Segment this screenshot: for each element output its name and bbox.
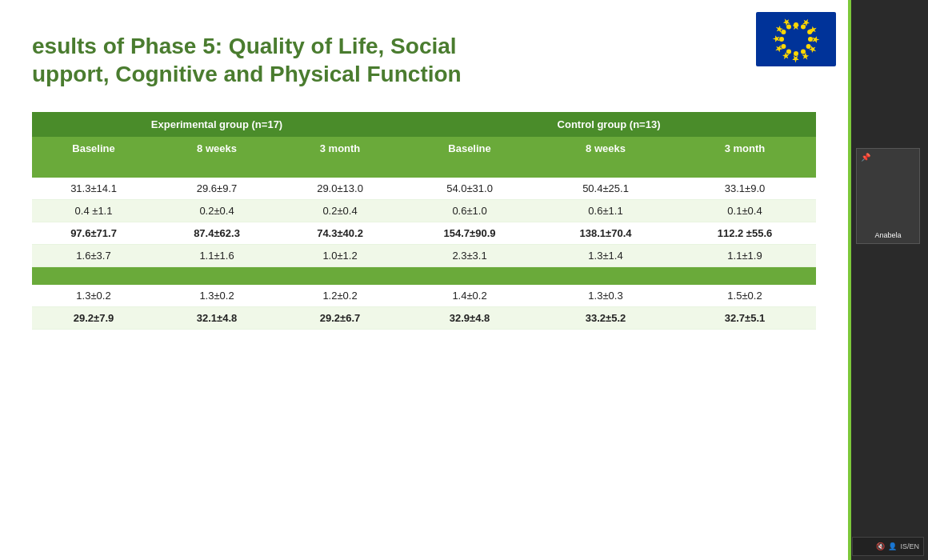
cell: 1.4±0.2 <box>402 285 538 307</box>
group-header-row: Experimental group (n=17) Control group … <box>32 112 816 137</box>
cell: 138.1±70.4 <box>538 222 674 245</box>
mic-muted-icon: 🔇 <box>876 542 885 550</box>
svg-point-12 <box>794 22 798 27</box>
cell: 97.6±71.7 <box>32 222 155 245</box>
cell: 0.2±0.4 <box>278 200 402 222</box>
table-row: 1.3±0.2 1.3±0.2 1.2±0.2 1.4±0.2 1.3±0.3 … <box>32 285 816 307</box>
eu-flag <box>756 12 836 66</box>
experimental-group-header: Experimental group (n=17) <box>32 112 402 137</box>
page-title: esults of Phase 5: Quality of Life, Soci… <box>32 32 592 88</box>
cell: 1.6±3.7 <box>32 245 155 267</box>
cell: 0.2±0.4 <box>155 200 278 222</box>
svg-point-15 <box>808 37 813 42</box>
column-header-row: Baseline 8 weeks 3 month Baseline 8 week… <box>32 137 816 160</box>
svg-point-14 <box>807 30 812 34</box>
cell: 29.2±6.7 <box>278 306 402 329</box>
results-table: Experimental group (n=17) Control group … <box>32 112 816 330</box>
svg-point-23 <box>786 24 791 29</box>
cell: 154.7±90.9 <box>402 222 538 245</box>
cell: 32.1±4.8 <box>155 306 278 329</box>
cell: 31.3±14.1 <box>32 178 155 200</box>
table-row: 0.4 ±1.1 0.2±0.4 0.2±0.4 0.6±1.0 0.6±1.1… <box>32 200 816 222</box>
cell: 1.2±0.2 <box>278 285 402 307</box>
svg-point-16 <box>806 44 811 49</box>
sidebar-divider <box>848 0 851 560</box>
col-8weeks-exp: 8 weeks <box>155 137 278 160</box>
svg-point-19 <box>786 50 791 54</box>
control-group-header: Control group (n=13) <box>402 112 816 137</box>
cell: 1.3±0.3 <box>538 285 674 307</box>
bottom-label: IS/EN <box>900 542 919 550</box>
cell: 87.4±62.3 <box>155 222 278 245</box>
section-separator-2 <box>32 267 816 285</box>
data-table-container: Experimental group (n=17) Control group … <box>32 112 816 330</box>
cell: 1.5±0.2 <box>674 285 816 307</box>
table-row: 1.6±3.7 1.1±1.6 1.0±1.2 2.3±3.1 1.3±1.4 … <box>32 245 816 267</box>
right-sidebar: 📌 Anabela 🔇 👤 IS/EN <box>848 0 928 560</box>
cell: 50.4±25.1 <box>538 178 674 200</box>
svg-point-21 <box>779 37 784 42</box>
cell: 74.3±40.2 <box>278 222 402 245</box>
col-8weeks-ctrl: 8 weeks <box>538 137 674 160</box>
table-row: 97.6±71.7 87.4±62.3 74.3±40.2 154.7±90.9… <box>32 222 816 245</box>
cell: 0.4 ±1.1 <box>32 200 155 222</box>
svg-point-17 <box>801 50 806 54</box>
bottom-status-bar: 🔇 👤 IS/EN <box>852 537 924 556</box>
svg-point-13 <box>801 24 806 29</box>
cell: 112.2 ±55.6 <box>674 222 816 245</box>
cell: 1.1±1.9 <box>674 245 816 267</box>
pin-icon: 📌 <box>861 153 870 162</box>
cell: 32.7±5.1 <box>674 306 816 329</box>
cell: 33.2±5.2 <box>538 306 674 329</box>
svg-point-22 <box>781 30 786 34</box>
person-icon: 👤 <box>888 542 897 550</box>
table-row: 29.2±7.9 32.1±4.8 29.2±6.7 32.9±4.8 33.2… <box>32 306 816 329</box>
main-content: esults of Phase 5: Quality of Life, Soci… <box>0 0 848 560</box>
participant-panel: 📌 Anabela <box>856 148 920 244</box>
cell: 33.1±9.0 <box>674 178 816 200</box>
col-baseline-ctrl: Baseline <box>402 137 538 160</box>
col-3month-exp: 3 month <box>278 137 402 160</box>
cell: 29.2±7.9 <box>32 306 155 329</box>
cell: 2.3±3.1 <box>402 245 538 267</box>
col-3month-ctrl: 3 month <box>674 137 816 160</box>
title-area: esults of Phase 5: Quality of Life, Soci… <box>32 32 592 88</box>
svg-point-18 <box>794 51 798 56</box>
cell: 29.0±13.0 <box>278 178 402 200</box>
cell: 0.6±1.1 <box>538 200 674 222</box>
cell: 0.6±1.0 <box>402 200 538 222</box>
cell: 1.0±1.2 <box>278 245 402 267</box>
section-separator-1 <box>32 160 816 178</box>
cell: 54.0±31.0 <box>402 178 538 200</box>
cell: 29.6±9.7 <box>155 178 278 200</box>
cell: 1.3±1.4 <box>538 245 674 267</box>
col-baseline-exp: Baseline <box>32 137 155 160</box>
cell: 1.1±1.6 <box>155 245 278 267</box>
participant-name: Anabela <box>874 231 901 239</box>
cell: 1.3±0.2 <box>32 285 155 307</box>
cell: 32.9±4.8 <box>402 306 538 329</box>
cell: 1.3±0.2 <box>155 285 278 307</box>
cell: 0.1±0.4 <box>674 200 816 222</box>
svg-point-20 <box>781 44 786 49</box>
table-row: 31.3±14.1 29.6±9.7 29.0±13.0 54.0±31.0 5… <box>32 178 816 200</box>
